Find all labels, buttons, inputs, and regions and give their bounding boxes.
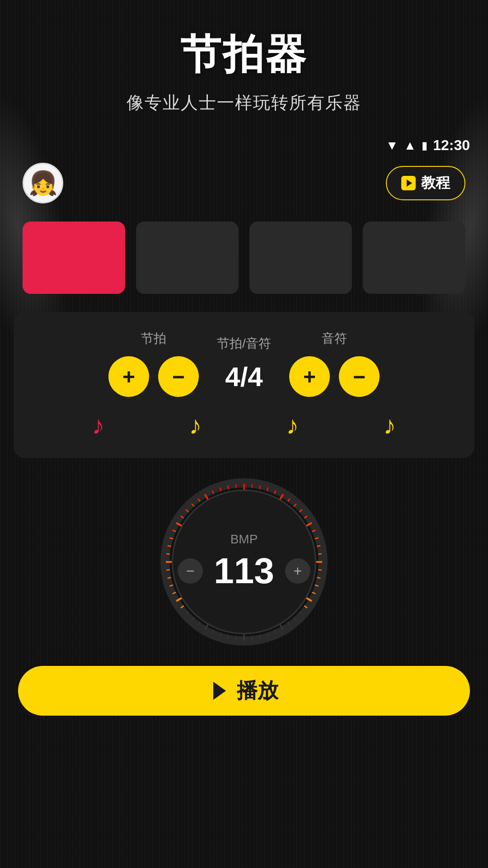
svg-line-20	[259, 486, 260, 489]
note-controls: + −	[289, 356, 380, 397]
play-label: 播放	[237, 677, 278, 705]
signal-icon: ▲	[404, 138, 416, 153]
app-title: 节拍器	[180, 27, 308, 82]
svg-line-44	[168, 577, 171, 578]
bpm-value: 113	[214, 550, 274, 592]
svg-line-31	[317, 546, 320, 547]
beat-section: 节拍 + −	[108, 330, 199, 397]
time-sig-row: 节拍 + − 节拍/音符 4/4 音符 + −	[36, 330, 452, 397]
tutorial-label: 教程	[421, 173, 450, 193]
notes-row: ♪ ♪ ♪ ♪	[36, 410, 452, 440]
time-sig-section: 节拍/音符 4/4	[208, 335, 280, 392]
wifi-icon: ▼	[386, 138, 399, 153]
status-time: 12:30	[433, 137, 470, 154]
tutorial-play-icon	[401, 176, 416, 190]
note-section: 音符 + −	[289, 330, 380, 397]
beat-controls: + −	[108, 356, 199, 397]
beat-card-3[interactable]	[249, 222, 352, 294]
svg-line-8	[252, 636, 252, 640]
battery-icon: ▮	[422, 139, 427, 152]
play-button[interactable]: 播放	[18, 666, 470, 716]
svg-line-35	[317, 577, 320, 578]
svg-line-32	[318, 554, 322, 554]
svg-line-19	[252, 484, 252, 488]
note-minus-button[interactable]: −	[339, 356, 380, 397]
svg-line-34	[318, 570, 322, 570]
bpm-label: BMP	[230, 532, 258, 547]
bpm-minus-button[interactable]: −	[178, 558, 203, 584]
bpm-dial[interactable]: BMP − 113 +	[158, 476, 330, 648]
note-label: 音符	[322, 330, 347, 347]
note-3[interactable]: ♪	[286, 410, 299, 440]
beat-minus-button[interactable]: −	[158, 356, 199, 397]
note-2[interactable]: ♪	[189, 410, 202, 440]
bpm-plus-button[interactable]: +	[285, 558, 310, 584]
note-1[interactable]: ♪	[92, 410, 105, 440]
avatar-image: 👧	[28, 170, 58, 197]
note-4[interactable]: ♪	[384, 410, 396, 440]
tutorial-button[interactable]: 教程	[386, 166, 465, 200]
play-triangle-icon	[407, 179, 412, 187]
svg-line-45	[166, 570, 170, 570]
svg-line-48	[168, 546, 171, 547]
app-subtitle: 像专业人士一样玩转所有乐器	[127, 91, 361, 114]
beat-indicators	[0, 208, 488, 307]
svg-line-60	[236, 484, 236, 488]
bpm-section: BMP − 113 +	[158, 476, 330, 648]
beat-card-1[interactable]	[23, 222, 125, 294]
svg-line-59	[228, 486, 229, 489]
top-row: 👧 教程	[0, 158, 488, 208]
bpm-controls: − 113 +	[178, 550, 310, 592]
play-icon	[213, 682, 226, 700]
time-sig-value: 4/4	[208, 361, 280, 392]
svg-line-10	[236, 636, 236, 640]
status-bar: ▼ ▲ ▮ 12:30	[0, 128, 488, 154]
beat-card-4[interactable]	[363, 222, 465, 294]
beat-plus-button[interactable]: +	[108, 356, 149, 397]
bpm-inner-circle: BMP − 113 +	[172, 490, 316, 634]
beat-card-2[interactable]	[136, 222, 239, 294]
controls-panel: 节拍 + − 节拍/音符 4/4 音符 + − ♪	[14, 312, 474, 458]
note-plus-button[interactable]: +	[289, 356, 330, 397]
avatar[interactable]: 👧	[23, 163, 63, 203]
svg-line-47	[166, 554, 170, 554]
time-sig-label: 节拍/音符	[217, 335, 271, 352]
beat-label: 节拍	[141, 330, 166, 347]
